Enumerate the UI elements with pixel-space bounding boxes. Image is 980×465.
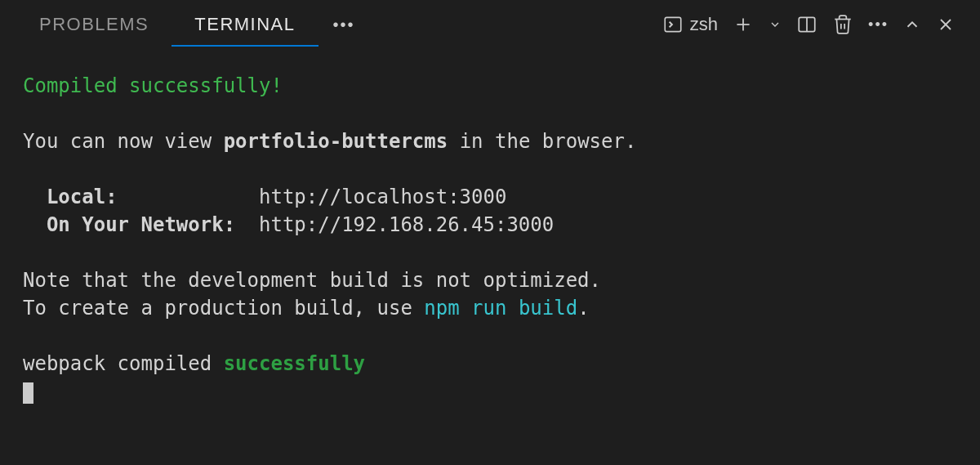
tab-problems[interactable]: PROBLEMS	[16, 2, 172, 47]
webpack-status: webpack compiled successfully	[23, 350, 957, 378]
shell-name: zsh	[690, 14, 718, 35]
split-terminal-button[interactable]	[796, 14, 817, 35]
terminal-icon	[662, 14, 684, 35]
local-url-row: Local: http://localhost:3000	[23, 183, 957, 211]
prompt-line	[23, 378, 957, 406]
note-line-2: To create a production build, use npm ru…	[23, 294, 957, 322]
terminal-panel: PROBLEMS TERMINAL ••• zsh	[0, 0, 980, 465]
terminal-output[interactable]: Compiled successfully! You can now view …	[0, 49, 980, 465]
maximize-panel-button[interactable]	[903, 16, 921, 34]
new-terminal-button[interactable]	[733, 14, 754, 35]
kill-terminal-button[interactable]	[832, 14, 853, 35]
terminal-toolbar: zsh	[662, 14, 964, 35]
shell-selector[interactable]: zsh	[662, 14, 718, 35]
ellipsis-icon: •••	[333, 16, 355, 34]
view-instruction: You can now view portfolio-buttercms in …	[23, 127, 957, 155]
tabs-overflow[interactable]: •••	[318, 16, 370, 34]
cursor-block	[23, 382, 33, 404]
ellipsis-icon: •••	[868, 16, 889, 34]
toolbar-more-button[interactable]: •••	[868, 16, 889, 34]
note-line-1: Note that the development build is not o…	[23, 266, 957, 294]
compile-status: Compiled successfully!	[23, 72, 957, 100]
network-url-row: On Your Network: http://192.168.26.45:30…	[23, 211, 957, 239]
close-panel-button[interactable]	[936, 15, 956, 34]
chevron-down-icon[interactable]	[768, 18, 782, 31]
tabs-group: PROBLEMS TERMINAL •••	[16, 2, 370, 47]
tab-terminal[interactable]: TERMINAL	[172, 2, 318, 47]
panel-tab-bar: PROBLEMS TERMINAL ••• zsh	[0, 0, 980, 49]
